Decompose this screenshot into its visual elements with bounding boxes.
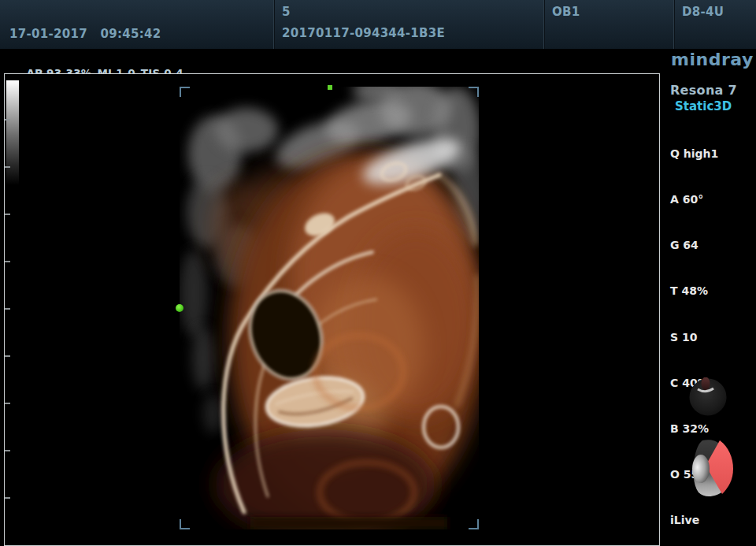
depth-ruler-tick bbox=[5, 166, 10, 168]
render-mode: Static3D bbox=[675, 99, 732, 113]
header-cell-transducer: D8-4U bbox=[673, 0, 756, 49]
roi-marker-left[interactable] bbox=[176, 304, 183, 312]
transducer-name: D8-4U bbox=[682, 5, 724, 19]
param-gain: G 64 bbox=[670, 238, 718, 253]
param-ilive: iLive bbox=[670, 513, 718, 528]
depth-ruler-tick bbox=[5, 261, 10, 262]
param-brightness: B 32% bbox=[670, 422, 718, 436]
status-row: AP 93.33%MI 1.0TIS 0.4 mindray bbox=[0, 49, 756, 73]
grayscale-map-icon bbox=[6, 80, 19, 185]
header-bar: 17-01-2017 09:45:42 5 20170117-094344-1B… bbox=[0, 0, 756, 49]
header-cell-exam-mode: OB1 bbox=[543, 0, 673, 49]
header-cell-exam: 5 20170117-094344-1B3E bbox=[273, 0, 543, 49]
probe-orientation-icon bbox=[692, 439, 735, 499]
depth-ruler-tick bbox=[5, 119, 10, 121]
param-threshold: T 48% bbox=[670, 284, 718, 299]
3d-ultrasound-render bbox=[180, 87, 479, 529]
trackball-icon bbox=[688, 377, 728, 417]
roi-bracket-top-right bbox=[469, 87, 479, 97]
roi-bracket-top-left bbox=[180, 87, 190, 97]
ultrasound-screen: 17-01-2017 09:45:42 5 20170117-094344-1B… bbox=[0, 0, 756, 546]
depth-ruler-tick bbox=[5, 497, 10, 499]
exam-mode: OB1 bbox=[552, 5, 580, 19]
clip-shadow bbox=[250, 517, 447, 529]
header-cell-datetime: 17-01-2017 09:45:42 bbox=[0, 0, 273, 49]
image-area[interactable] bbox=[4, 73, 660, 546]
roi-bracket-bottom-right bbox=[469, 519, 479, 529]
depth-ruler-tick bbox=[5, 403, 10, 404]
roi-marker-top[interactable] bbox=[328, 85, 332, 90]
system-name: Resona 7 bbox=[670, 83, 737, 98]
datetime: 17-01-2017 09:45:42 bbox=[9, 27, 161, 41]
param-quality: Q high1 bbox=[670, 147, 718, 162]
param-smooth: S 10 bbox=[670, 330, 718, 345]
roi-bracket-bottom-left bbox=[180, 519, 190, 529]
depth-ruler-tick bbox=[5, 308, 10, 310]
mindray-logo: mindray bbox=[671, 50, 754, 69]
depth-ruler-tick bbox=[5, 214, 10, 215]
exam-id: 20170117-094344-1B3E bbox=[282, 26, 445, 40]
depth-ruler-tick bbox=[5, 450, 10, 451]
param-angle: A 60° bbox=[670, 192, 718, 207]
frame-number: 5 bbox=[282, 5, 291, 19]
depth-ruler-tick bbox=[5, 355, 10, 357]
